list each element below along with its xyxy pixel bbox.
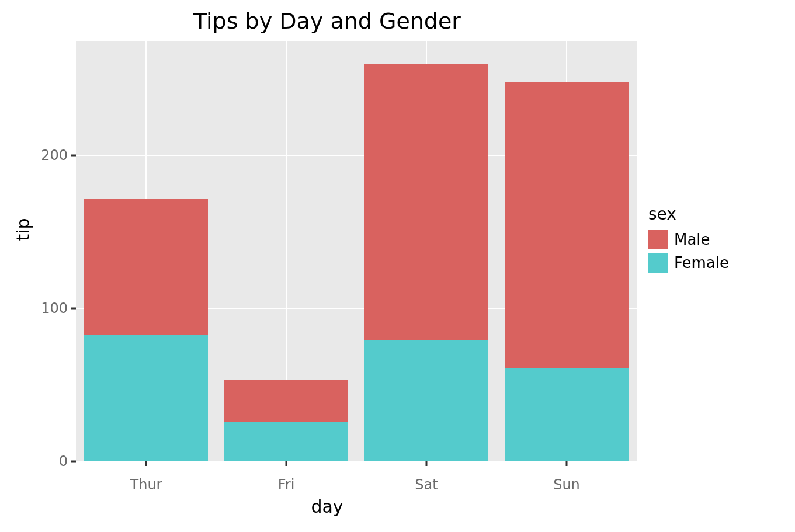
bar-sat bbox=[364, 64, 488, 461]
bar-segment-male bbox=[505, 82, 628, 368]
x-tick-label: Sun bbox=[553, 477, 580, 493]
bar-segment-female bbox=[364, 340, 488, 461]
legend: sex MaleFemale bbox=[648, 204, 729, 276]
bar-sun bbox=[505, 82, 628, 461]
legend-swatch bbox=[648, 253, 668, 273]
bar-fri bbox=[224, 380, 348, 461]
x-tick-label: Thur bbox=[130, 477, 162, 493]
x-tick-mark bbox=[426, 461, 428, 466]
y-tick-mark bbox=[71, 308, 76, 310]
legend-swatch bbox=[648, 230, 668, 249]
bar-segment-male bbox=[224, 380, 348, 422]
x-tick-mark bbox=[566, 461, 568, 466]
bar-segment-female bbox=[224, 422, 348, 461]
x-tick-mark bbox=[145, 461, 147, 466]
legend-title: sex bbox=[648, 204, 729, 224]
y-tick-mark bbox=[71, 461, 76, 463]
y-tick-mark bbox=[71, 155, 76, 157]
y-tick-label: 200 bbox=[21, 147, 68, 164]
bar-thur bbox=[84, 199, 207, 461]
y-axis-label: tip bbox=[13, 218, 33, 241]
x-tick-mark bbox=[286, 461, 287, 466]
plot-area: 0100200ThurFriSatSun bbox=[76, 41, 637, 461]
x-tick-label: Sat bbox=[415, 477, 438, 493]
x-tick-label: Fri bbox=[278, 477, 295, 493]
y-tick-label: 100 bbox=[21, 300, 68, 317]
bar-segment-female bbox=[84, 335, 207, 461]
bar-segment-female bbox=[505, 368, 628, 461]
legend-label: Male bbox=[674, 231, 710, 248]
y-tick-label: 0 bbox=[21, 453, 68, 470]
chart-container: Tips by Day and Gender 0100200ThurFriSat… bbox=[0, 0, 795, 532]
bar-segment-male bbox=[364, 64, 488, 340]
chart-title: Tips by Day and Gender bbox=[0, 8, 654, 34]
x-axis-label: day bbox=[0, 496, 654, 517]
legend-label: Female bbox=[674, 254, 729, 272]
bar-segment-male bbox=[84, 199, 207, 335]
legend-item-male: Male bbox=[648, 230, 729, 249]
legend-item-female: Female bbox=[648, 253, 729, 273]
